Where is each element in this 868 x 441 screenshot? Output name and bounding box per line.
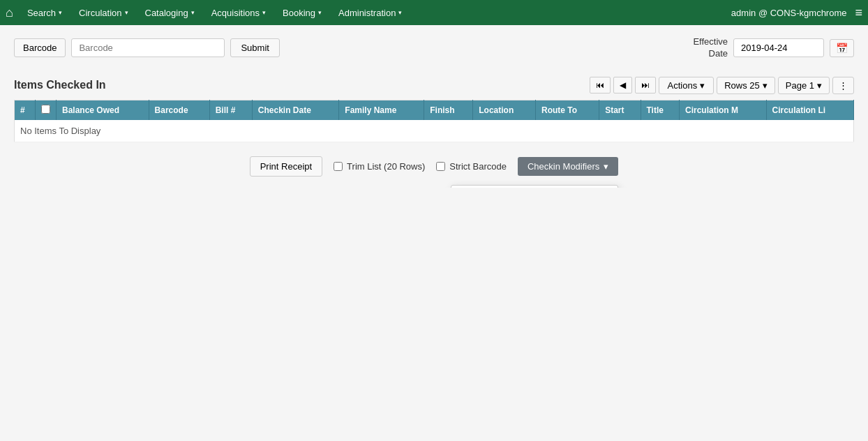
no-items-message: No Items To Display	[15, 120, 854, 142]
strict-barcode-checkbox[interactable]	[436, 162, 445, 171]
column-header-4[interactable]: Bill #	[209, 100, 252, 120]
checkin-modifiers-dropdown: xIgnore Pre-cataloged ItemsxSuppress Hol…	[451, 185, 618, 188]
user-info: admin @ CONS-kgmchrome	[731, 8, 847, 18]
nav-item-circulation[interactable]: Circulation▾	[72, 3, 135, 22]
hamburger-icon[interactable]: ≡	[855, 6, 862, 20]
nav-item-booking[interactable]: Booking▾	[276, 3, 329, 22]
home-icon[interactable]: ⌂	[6, 6, 13, 20]
nav-caret-icon: ▾	[191, 9, 195, 16]
column-header-2[interactable]: Balance Owed	[57, 100, 149, 120]
actions-button[interactable]: Actions ▾	[659, 77, 714, 94]
nav-item-administration[interactable]: Administration▾	[331, 3, 409, 22]
nav-item-search[interactable]: Search▾	[20, 3, 69, 22]
trim-list-label[interactable]: Trim List (20 Rows)	[334, 161, 425, 172]
nav-next-button[interactable]: ⏭	[635, 77, 656, 94]
navbar: ⌂ Search▾Circulation▾Cataloging▾Acquisit…	[0, 0, 868, 25]
nav-caret-icon: ▾	[125, 9, 128, 16]
nav-prev-button[interactable]: ◀	[613, 77, 632, 94]
column-header-9[interactable]: Route To	[535, 100, 599, 120]
effective-date-group: EffectiveDate 📅	[693, 36, 854, 60]
actions-caret-icon: ▾	[700, 80, 705, 91]
items-controls: ⏮ ◀ ⏭ Actions ▾ Rows 25 ▾ Page 1 ▾ ⋮	[590, 77, 854, 94]
page-label: Page 1	[786, 80, 814, 91]
barcode-row: Barcode Submit EffectiveDate 📅	[14, 36, 854, 60]
items-header: Items Checked In ⏮ ◀ ⏭ Actions ▾ Rows 25…	[14, 77, 854, 94]
nav-label: Booking	[283, 8, 315, 18]
trim-list-checkbox[interactable]	[334, 162, 343, 171]
barcode-label-button[interactable]: Barcode	[14, 38, 66, 57]
nav-items: Search▾Circulation▾Cataloging▾Acquisitio…	[20, 3, 731, 22]
column-header-1[interactable]	[36, 100, 57, 120]
column-header-3[interactable]: Barcode	[149, 100, 209, 120]
checkin-modifiers-container: Checkin Modifiers ▾ xIgnore Pre-cataloge…	[518, 157, 618, 176]
nav-caret-icon: ▾	[262, 9, 266, 16]
column-header-5[interactable]: Checkin Date	[252, 100, 339, 120]
nav-label: Administration	[338, 8, 396, 18]
select-all-checkbox[interactable]	[41, 105, 50, 114]
checkin-modifiers-label: Checkin Modifiers	[527, 161, 599, 172]
checkin-modifiers-caret-icon: ▾	[604, 161, 608, 172]
nav-caret-icon: ▾	[398, 9, 402, 16]
rows-label: Rows 25	[724, 80, 760, 91]
print-receipt-button[interactable]: Print Receipt	[250, 156, 322, 177]
column-header-0[interactable]: #	[15, 100, 36, 120]
nav-label: Search	[27, 8, 56, 18]
checkin-modifier-item-0[interactable]: xIgnore Pre-cataloged Items	[451, 186, 618, 188]
items-checked-in-title: Items Checked In	[14, 79, 590, 91]
barcode-input[interactable]	[71, 38, 225, 57]
checkin-modifiers-button[interactable]: Checkin Modifiers ▾	[518, 157, 618, 176]
nav-first-button[interactable]: ⏮	[590, 77, 611, 94]
column-header-10[interactable]: Start	[599, 100, 641, 120]
nav-item-cataloging[interactable]: Cataloging▾	[138, 3, 202, 22]
submit-button[interactable]: Submit	[230, 38, 279, 57]
nav-item-acquisitions[interactable]: Acquisitions▾	[204, 3, 273, 22]
navbar-right: admin @ CONS-kgmchrome ≡	[731, 6, 862, 20]
column-header-8[interactable]: Location	[473, 100, 536, 120]
actions-label: Actions	[668, 80, 698, 91]
effective-date-label: EffectiveDate	[693, 36, 728, 60]
trim-list-text: Trim List (20 Rows)	[347, 161, 425, 172]
nav-label: Acquisitions	[211, 8, 260, 18]
page-button[interactable]: Page 1 ▾	[778, 77, 830, 94]
no-items-row: No Items To Display	[15, 120, 854, 142]
strict-barcode-text: Strict Barcode	[449, 161, 507, 172]
bottom-controls: Print Receipt Trim List (20 Rows) Strict…	[14, 156, 854, 177]
page-caret-icon: ▾	[817, 80, 822, 91]
items-table: #Balance OwedBarcodeBill #Checkin DateFa…	[14, 100, 854, 142]
column-header-7[interactable]: Finish	[424, 100, 473, 120]
effective-date-input[interactable]	[733, 38, 824, 57]
main-content: Barcode Submit EffectiveDate 📅 Items Che…	[0, 25, 868, 188]
column-header-6[interactable]: Family Name	[339, 100, 424, 120]
rows-caret-icon: ▾	[763, 80, 768, 91]
nav-caret-icon: ▾	[318, 9, 322, 16]
more-options-button[interactable]: ⋮	[832, 77, 854, 94]
nav-caret-icon: ▾	[59, 9, 62, 16]
column-header-12[interactable]: Circulation M	[679, 100, 766, 120]
table-header-row: #Balance OwedBarcodeBill #Checkin DateFa…	[15, 100, 854, 120]
column-header-13[interactable]: Circulation Li	[766, 100, 854, 120]
nav-label: Cataloging	[145, 8, 188, 18]
column-header-11[interactable]: Title	[641, 100, 679, 120]
calendar-button[interactable]: 📅	[830, 39, 854, 57]
rows-button[interactable]: Rows 25 ▾	[717, 77, 775, 94]
strict-barcode-label[interactable]: Strict Barcode	[436, 161, 507, 172]
nav-label: Circulation	[79, 8, 121, 18]
